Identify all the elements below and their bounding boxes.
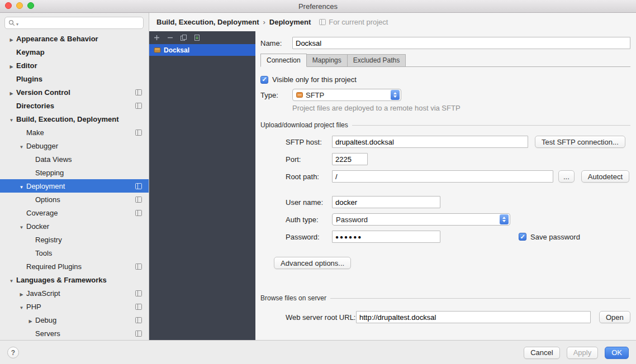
settings-search-box[interactable] bbox=[4, 17, 144, 29]
sidebar-item-build-execution-deployment[interactable]: Build, Execution, Deployment bbox=[0, 112, 149, 126]
sidebar-item-keymap[interactable]: Keymap bbox=[0, 45, 149, 59]
dialog-footer: ? Cancel Apply OK bbox=[0, 340, 636, 364]
help-button[interactable]: ? bbox=[7, 347, 19, 358]
sidebar-item-label: Options bbox=[35, 195, 60, 204]
sidebar-item-appearance-behavior[interactable]: Appearance & Behavior bbox=[0, 32, 149, 45]
server-list-toolbar bbox=[149, 31, 255, 44]
sidebar-item-deployment[interactable]: Deployment bbox=[0, 179, 149, 193]
sidebar-item-tools[interactable]: Tools bbox=[0, 246, 149, 260]
chevron-down-icon bbox=[17, 303, 26, 311]
ok-button[interactable]: OK bbox=[605, 347, 629, 359]
per-project-settings-icon bbox=[135, 264, 142, 270]
import-icon bbox=[193, 34, 201, 41]
type-dropdown[interactable]: SFTP bbox=[292, 89, 401, 101]
type-label: Type: bbox=[260, 91, 292, 99]
server-list-item-docksal[interactable]: Docksal bbox=[149, 44, 255, 56]
user-name-input[interactable] bbox=[332, 196, 440, 208]
root-path-input[interactable] bbox=[332, 170, 553, 183]
sftp-type-icon bbox=[296, 92, 303, 98]
sidebar-item-label: Coverage bbox=[26, 209, 58, 217]
scope-indicator: For current project bbox=[319, 18, 388, 26]
zoom-window-button[interactable] bbox=[27, 2, 34, 9]
per-project-settings-icon bbox=[135, 304, 142, 310]
breadcrumb-page: Deployment bbox=[269, 18, 311, 26]
breadcrumb-section[interactable]: Build, Execution, Deployment bbox=[156, 18, 259, 26]
visible-only-checkbox[interactable] bbox=[260, 76, 268, 84]
name-input[interactable] bbox=[292, 37, 630, 49]
sidebar-item-plugins[interactable]: Plugins bbox=[0, 72, 149, 85]
remove-server-button[interactable] bbox=[167, 34, 174, 41]
section-divider bbox=[330, 298, 630, 299]
sidebar-item-docker[interactable]: Docker bbox=[0, 219, 149, 233]
web-root-label: Web server root URL: bbox=[286, 313, 356, 322]
sidebar-item-label: Languages & Frameworks bbox=[16, 276, 107, 284]
sidebar-item-servers[interactable]: Servers bbox=[0, 327, 149, 340]
sidebar-item-label: Make bbox=[26, 128, 44, 137]
sidebar-item-make[interactable]: Make bbox=[0, 126, 149, 139]
sidebar-item-coverage[interactable]: Coverage bbox=[0, 206, 149, 219]
sidebar-item-label: JavaScript bbox=[26, 289, 60, 298]
copy-server-button[interactable] bbox=[180, 34, 187, 41]
chevron-down-icon bbox=[17, 142, 26, 150]
sidebar-item-options[interactable]: Options bbox=[0, 193, 149, 206]
save-password-checkbox[interactable] bbox=[519, 233, 526, 241]
auth-type-label: Auth type: bbox=[286, 215, 332, 224]
settings-sidebar: Appearance & Behavior Keymap Editor Plug… bbox=[0, 13, 149, 340]
web-root-input[interactable] bbox=[356, 311, 591, 323]
close-window-button[interactable] bbox=[5, 2, 12, 9]
sidebar-item-version-control[interactable]: Version Control bbox=[0, 85, 149, 99]
import-server-button[interactable] bbox=[193, 34, 201, 41]
preferences-window: Preferences Appearance & Behavior Keymap bbox=[0, 0, 636, 364]
sidebar-item-php[interactable]: PHP bbox=[0, 300, 149, 313]
tab-mappings[interactable]: Mappings bbox=[307, 54, 348, 66]
server-item-label: Docksal bbox=[164, 46, 189, 54]
type-help-text: Project files are deployed to a remote h… bbox=[292, 104, 630, 112]
sftp-host-input[interactable] bbox=[332, 136, 528, 148]
sidebar-item-stepping[interactable]: Stepping bbox=[0, 166, 149, 179]
minus-icon bbox=[167, 34, 174, 41]
titlebar: Preferences bbox=[0, 0, 636, 13]
sidebar-item-required-plugins[interactable]: Required Plugins bbox=[0, 260, 149, 273]
browse-section-title: Browse files on server bbox=[260, 294, 326, 302]
apply-button[interactable]: Apply bbox=[567, 347, 599, 359]
sidebar-item-debugger[interactable]: Debugger bbox=[0, 139, 149, 152]
name-label: Name: bbox=[260, 39, 292, 47]
sidebar-item-label: Appearance & Behavior bbox=[16, 35, 98, 43]
tab-connection[interactable]: Connection bbox=[260, 54, 307, 67]
sidebar-item-debug[interactable]: Debug bbox=[0, 313, 149, 327]
search-icon bbox=[8, 20, 15, 26]
password-input[interactable] bbox=[332, 231, 440, 243]
cancel-button[interactable]: Cancel bbox=[524, 347, 559, 359]
form-tabs: Connection Mappings Excluded Paths bbox=[260, 54, 630, 67]
traffic-lights bbox=[5, 2, 34, 9]
window-title: Preferences bbox=[298, 2, 338, 11]
test-connection-button[interactable]: Test SFTP connection... bbox=[535, 136, 625, 148]
search-input[interactable] bbox=[20, 18, 140, 27]
sidebar-item-editor[interactable]: Editor bbox=[0, 59, 149, 72]
deployment-form: Name: Connection Mappings Excluded Paths… bbox=[255, 31, 636, 340]
per-project-settings-icon bbox=[135, 290, 142, 296]
auth-type-dropdown[interactable]: Password bbox=[332, 213, 510, 226]
tab-excluded-paths[interactable]: Excluded Paths bbox=[348, 54, 406, 66]
password-label: Password: bbox=[286, 233, 332, 241]
sidebar-item-languages-frameworks[interactable]: Languages & Frameworks bbox=[0, 273, 149, 286]
sidebar-item-javascript[interactable]: JavaScript bbox=[0, 286, 149, 300]
chevron-down-icon bbox=[17, 222, 26, 231]
sidebar-item-data-views[interactable]: Data Views bbox=[0, 152, 149, 166]
add-server-button[interactable] bbox=[153, 34, 160, 41]
sidebar-item-registry[interactable]: Registry bbox=[0, 233, 149, 246]
open-button[interactable]: Open bbox=[599, 311, 630, 323]
sidebar-item-label: Required Plugins bbox=[26, 262, 82, 271]
chevron-right-icon bbox=[17, 289, 26, 298]
autodetect-button[interactable]: Autodetect bbox=[581, 170, 629, 183]
breadcrumb-separator: › bbox=[263, 18, 265, 26]
sidebar-item-directories[interactable]: Directories bbox=[0, 99, 149, 112]
per-project-settings-icon bbox=[135, 183, 142, 189]
auth-type-value: Password bbox=[336, 215, 497, 224]
advanced-options-button[interactable]: Advanced options... bbox=[274, 257, 351, 269]
sidebar-item-label: Deployment bbox=[26, 182, 65, 190]
sidebar-item-label: Build, Execution, Deployment bbox=[16, 115, 118, 123]
browse-root-button[interactable]: ... bbox=[558, 170, 575, 183]
port-input[interactable] bbox=[332, 153, 368, 165]
minimize-window-button[interactable] bbox=[16, 2, 23, 9]
